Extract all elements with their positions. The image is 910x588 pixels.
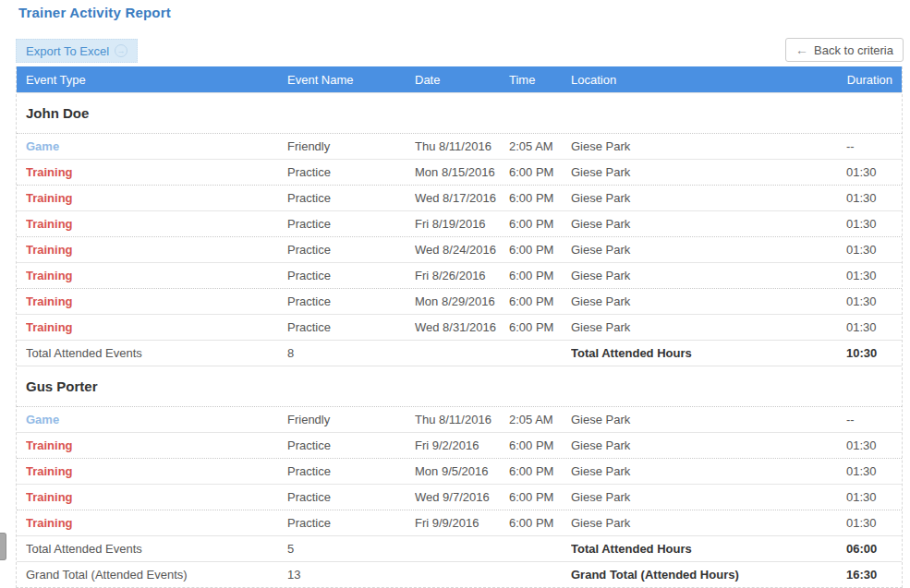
event-type-link[interactable]: Training [26, 165, 287, 179]
event-row: TrainingPracticeFri 8/26/20166:00 PMGies… [17, 262, 902, 288]
event-type-link[interactable]: Training [26, 243, 287, 257]
time-cell: 6:00 PM [509, 320, 571, 334]
event-row: TrainingPracticeWed 8/17/20166:00 PMGies… [17, 185, 902, 210]
duration-cell: 01:30 [846, 438, 892, 452]
location-cell: Giese Park [571, 139, 846, 153]
event-row: TrainingPracticeWed 8/24/20166:00 PMGies… [17, 236, 902, 262]
event-name-cell: Practice [287, 320, 415, 334]
duration-cell: 01:30 [846, 217, 892, 231]
col-header-date: Date [415, 73, 509, 87]
date-cell: Wed 8/24/2016 [415, 243, 509, 257]
time-cell: 6:00 PM [509, 490, 571, 504]
duration-cell: 01:30 [846, 269, 892, 282]
time-cell: 6:00 PM [509, 269, 571, 282]
event-row: TrainingPracticeWed 8/31/20166:00 PMGies… [17, 314, 902, 340]
event-type-link[interactable]: Training [26, 294, 287, 308]
grand-total-hours-value: 16:30 [846, 568, 892, 582]
date-cell: Mon 8/29/2016 [415, 294, 509, 308]
event-name-cell: Friendly [287, 139, 415, 153]
duration-cell: 01:30 [846, 294, 892, 308]
event-type-link[interactable]: Training [26, 269, 287, 282]
event-row: TrainingPracticeWed 9/7/20166:00 PMGiese… [17, 484, 902, 510]
time-cell: 6:00 PM [509, 243, 571, 257]
event-type-link[interactable]: Training [26, 191, 287, 205]
page-title: Trainer Activity Report [18, 5, 171, 20]
col-header-event-name: Event Name [287, 73, 415, 87]
time-cell: 6:00 PM [509, 464, 571, 478]
date-cell: Fri 9/9/2016 [415, 516, 509, 530]
left-edge-handle[interactable] [0, 533, 6, 560]
trainer-section-row: John Doe [17, 92, 902, 133]
duration-cell: 01:30 [846, 464, 892, 478]
event-type-link[interactable]: Game [26, 413, 287, 426]
export-circle-arrow-icon: → [115, 44, 127, 57]
date-cell: Mon 8/15/2016 [415, 165, 509, 179]
location-cell: Giese Park [571, 165, 846, 179]
duration-cell: 01:30 [846, 320, 892, 334]
event-type-link[interactable]: Training [26, 490, 287, 504]
date-cell: Fri 9/2/2016 [415, 438, 509, 452]
event-type-link[interactable]: Game [26, 139, 287, 153]
time-cell: 6:00 PM [509, 294, 571, 308]
location-cell: Giese Park [571, 490, 846, 504]
date-cell: Fri 8/19/2016 [415, 217, 509, 231]
total-events-label: Total Attended Events [26, 346, 287, 360]
event-name-cell: Practice [287, 438, 415, 452]
time-cell: 6:00 PM [509, 438, 571, 452]
event-name-cell: Practice [287, 516, 415, 530]
event-name-cell: Practice [287, 191, 415, 205]
duration-cell: 01:30 [846, 516, 892, 530]
date-cell: Wed 8/31/2016 [415, 320, 509, 334]
section-total-row: Total Attended Events8Total Attended Hou… [17, 340, 902, 366]
event-type-link[interactable]: Training [26, 320, 287, 334]
event-name-cell: Practice [287, 294, 415, 308]
total-events-count: 8 [287, 346, 415, 360]
time-cell: 2:05 AM [509, 413, 571, 426]
col-header-duration: Duration [846, 73, 892, 87]
table-header-row: Event Type Event Name Date Time Location… [17, 66, 902, 92]
location-cell: Giese Park [571, 320, 846, 334]
event-row: TrainingPracticeFri 8/19/20166:00 PMGies… [17, 210, 902, 236]
time-cell: 2:05 AM [509, 139, 571, 153]
report-table-body: John DoeGameFriendlyThu 8/11/20162:05 AM… [17, 92, 902, 587]
trainer-name: Gus Porter [26, 378, 98, 394]
col-header-location: Location [571, 73, 846, 87]
event-name-cell: Practice [287, 464, 415, 478]
back-to-criteria-button[interactable]: ← Back to criteria [785, 38, 904, 62]
event-type-link[interactable]: Training [26, 217, 287, 231]
location-cell: Giese Park [571, 464, 846, 478]
back-arrow-icon: ← [795, 43, 808, 56]
date-cell: Thu 8/11/2016 [415, 139, 509, 153]
event-type-link[interactable]: Training [26, 438, 287, 452]
event-name-cell: Practice [287, 165, 415, 179]
location-cell: Giese Park [571, 217, 846, 231]
event-type-link[interactable]: Training [26, 464, 287, 478]
total-hours-label: Total Attended Hours [571, 542, 846, 556]
event-name-cell: Practice [287, 269, 415, 282]
date-cell: Wed 9/7/2016 [415, 490, 509, 504]
grand-total-events-label: Grand Total (Attended Events) [26, 568, 287, 582]
back-button-label: Back to criteria [814, 43, 893, 57]
event-type-link[interactable]: Training [26, 516, 287, 530]
event-name-cell: Practice [287, 217, 415, 231]
export-to-excel-button[interactable]: Export To Excel → [16, 39, 138, 63]
event-row: TrainingPracticeFri 9/9/20166:00 PMGiese… [17, 510, 902, 535]
date-cell: Wed 8/17/2016 [415, 191, 509, 205]
total-events-count: 5 [287, 542, 415, 556]
duration-cell: 01:30 [846, 243, 892, 257]
date-cell: Thu 8/11/2016 [415, 413, 509, 426]
col-header-time: Time [509, 73, 571, 87]
total-events-label: Total Attended Events [26, 542, 287, 556]
time-cell: 6:00 PM [509, 165, 571, 179]
event-row: TrainingPracticeMon 9/5/20166:00 PMGiese… [17, 458, 902, 484]
event-row: TrainingPracticeFri 9/2/20166:00 PMGiese… [17, 432, 902, 458]
time-cell: 6:00 PM [509, 217, 571, 231]
duration-cell: 01:30 [846, 165, 892, 179]
total-hours-label: Total Attended Hours [571, 346, 846, 360]
grand-total-row: Grand Total (Attended Events)13Grand Tot… [17, 561, 902, 587]
trainer-name: John Doe [26, 105, 89, 121]
date-cell: Mon 9/5/2016 [415, 464, 509, 478]
col-header-event-type: Event Type [26, 73, 287, 87]
location-cell: Giese Park [571, 413, 846, 426]
grand-total-hours-label: Grand Total (Attended Hours) [571, 568, 846, 582]
